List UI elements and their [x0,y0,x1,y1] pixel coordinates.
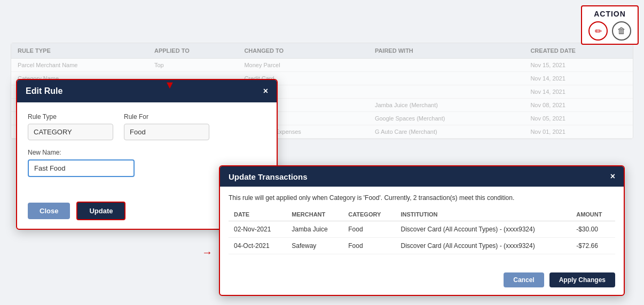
cancel-button[interactable]: Cancel [504,272,544,287]
rule-for-input[interactable] [124,124,209,140]
action-icons: ✏ 🗑 [588,21,631,41]
col-category: CATEGORY [343,208,395,221]
tx-row: 02-Nov-2021 Jamba Juice Food Discover Ca… [229,221,615,238]
trash-icon: 🗑 [617,26,626,36]
rule-for-group: Rule For [124,113,209,140]
col-applied-to: APPLIED TO [148,43,238,59]
down-arrow: ▼ [164,79,175,91]
col-merchant: MERCHANT [286,208,343,221]
close-button[interactable]: Close [28,203,70,219]
tx-modal-footer: Cancel Apply Changes [220,269,624,295]
delete-icon-button[interactable]: 🗑 [612,21,631,41]
edit-icon-button[interactable]: ✏ [588,21,608,41]
tx-modal-close-button[interactable]: × [610,172,615,181]
tx-notice: This rule will get applied only when Cat… [229,194,615,202]
col-rule-type: RULE TYPE [11,43,148,59]
rule-type-group: Rule Type [28,113,113,140]
apply-changes-button[interactable]: Apply Changes [549,272,615,287]
modal-title: Edit Rule [26,86,62,96]
tx-row: 04-Oct-2021 Safeway Food Discover Card (… [229,238,615,254]
rule-type-input[interactable] [28,124,113,140]
tx-modal-title: Update Transactions [229,172,308,181]
tx-table: DATE MERCHANT CATEGORY INSTITUTION AMOUN… [229,208,615,254]
rule-type-label: Rule Type [28,113,113,121]
col-created-date: CREATED DATE [524,43,633,59]
tx-modal-body: This rule will get applied only when Cat… [220,187,624,269]
new-name-input[interactable] [28,159,135,177]
modal-close-button[interactable]: × [263,86,268,96]
modal-header: Edit Rule × [17,80,277,102]
action-box: ACTION ✏ 🗑 [581,5,639,45]
update-button[interactable]: Update [76,202,125,220]
right-arrow: → [202,246,213,259]
action-label: ACTION [594,10,626,18]
new-name-label: New Name: [28,149,266,156]
col-date: DATE [229,208,286,221]
col-paired-with: PAIRED WITH [368,43,524,59]
pencil-icon: ✏ [595,26,602,36]
rule-for-label: Rule For [124,113,209,121]
tx-modal-header: Update Transactions × [220,166,624,187]
col-amount: AMOUNT [571,208,615,221]
col-changed-to: CHANGED TO [238,43,368,59]
form-row-type-for: Rule Type Rule For [28,113,266,140]
table-row: Parcel Merchant Name Top Money Parcel No… [11,59,633,72]
col-institution: INSTITUTION [396,208,571,221]
update-transactions-modal: Update Transactions × This rule will get… [219,165,625,296]
